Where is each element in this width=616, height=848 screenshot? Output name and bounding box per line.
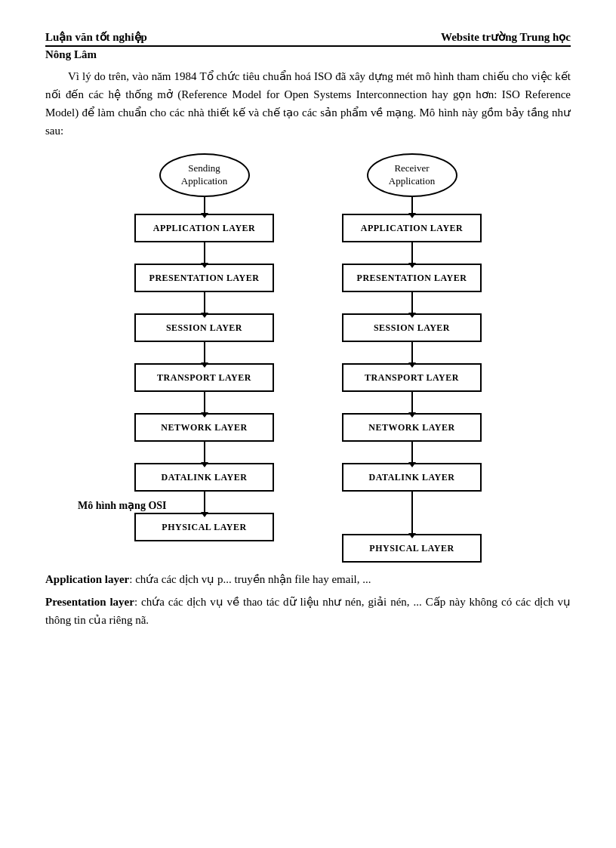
arrow-5 — [204, 392, 205, 413]
rarrow-1 — [411, 197, 413, 214]
arrow-1 — [204, 197, 205, 214]
rarrow-5 — [411, 392, 413, 413]
receiver-column: Receiver Application APPLICATION LAYER P… — [342, 153, 482, 563]
rarrow-6 — [411, 442, 413, 463]
app-layer-desc: Application layer: chứa các dịch vụ p...… — [45, 570, 571, 588]
sending-column: Sending Application APPLICATION LAYER PR… — [134, 153, 274, 541]
header-right: Website trường Trung học — [441, 30, 571, 44]
arrow-6 — [204, 442, 205, 463]
subtitle: Nông Lâm — [45, 48, 571, 61]
receiver-ellipse: Receiver Application — [367, 153, 457, 197]
diagram-inner: Sending Application APPLICATION LAYER PR… — [134, 153, 482, 563]
osi-label: Mô hình mạng OSI — [78, 499, 167, 512]
pres-layer-label: Presentation layer — [45, 596, 134, 608]
arrow-4 — [204, 342, 205, 363]
osi-diagram: Sending Application APPLICATION LAYER PR… — [45, 153, 571, 563]
sending-ellipse: Sending Application — [159, 153, 250, 197]
pres-layer-desc: Presentation layer: chứa các dịch vụ về … — [45, 593, 571, 629]
bottom-text-section: Application layer: chứa các dịch vụ p...… — [45, 570, 571, 629]
app-layer-text: : chứa các dịch vụ p... truyền nhận file… — [129, 573, 371, 585]
app-layer-label: Application layer — [45, 573, 129, 585]
arrow-7 — [204, 492, 205, 513]
rarrow-2 — [411, 242, 413, 264]
arrow-3 — [204, 292, 205, 313]
rarrow-7 — [411, 492, 413, 534]
arrow-2 — [204, 242, 205, 264]
intro-paragraph: Vì lý do trên, vào năm 1984 Tổ chức tiêu… — [45, 67, 571, 140]
header-left: Luận văn tốt nghiệp — [45, 30, 147, 44]
page-header: Luận văn tốt nghiệp Website trường Trung… — [45, 30, 571, 47]
rarrow-4 — [411, 342, 413, 363]
rarrow-3 — [411, 292, 413, 313]
